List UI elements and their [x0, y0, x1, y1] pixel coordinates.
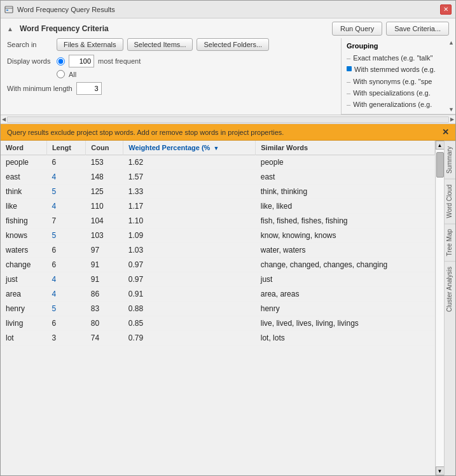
tab-cluster-analysis[interactable]: Cluster Analysis — [445, 261, 455, 317]
grouping-item-synonyms[interactable]: – With synonyms (e.g. "spe — [347, 76, 450, 87]
cell-length: 4 — [46, 272, 85, 287]
tab-summary[interactable]: Summary — [445, 141, 455, 179]
grouping-scroll-down[interactable]: ▼ — [447, 105, 455, 114]
top-n-radio[interactable] — [57, 57, 65, 66]
col-header-count[interactable]: Coun — [86, 141, 123, 155]
table-row: lot 3 74 0.79 lot, lots — [1, 331, 435, 346]
cell-length: 3 — [46, 331, 85, 346]
h-scroll-right[interactable]: ▶ — [450, 116, 454, 122]
selected-folders-button[interactable]: Selected Folders... — [197, 38, 269, 51]
most-frequent-label: most frequent — [98, 57, 141, 65]
cell-word: think — [1, 185, 46, 199]
results-area: Word Lengt Coun Weighted Percentage (% ▼… — [1, 141, 455, 475]
cell-count: 86 — [86, 287, 123, 302]
scroll-thumb[interactable] — [436, 152, 444, 178]
all-label: All — [69, 71, 76, 78]
cell-weighted-pct: 1.10 — [123, 214, 256, 228]
table-row: east 4 148 1.57 east — [1, 170, 435, 185]
results-table: Word Lengt Coun Weighted Percentage (% ▼… — [1, 141, 435, 346]
selected-items-button[interactable]: Selected Items... — [127, 38, 193, 51]
grouping-item-exact[interactable]: – Exact matches (e.g. "talk" — [347, 52, 450, 64]
cell-weighted-pct: 1.09 — [123, 228, 256, 243]
table-row: area 4 86 0.91 area, areas — [1, 287, 435, 302]
cell-word: living — [1, 316, 46, 331]
results-table-container[interactable]: Word Lengt Coun Weighted Percentage (% ▼… — [1, 141, 435, 475]
cell-length: 5 — [46, 228, 85, 243]
cell-similar-words: lot, lots — [256, 331, 435, 346]
cell-word: area — [1, 287, 46, 302]
cell-weighted-pct: 1.17 — [123, 199, 256, 214]
cell-word: waters — [1, 243, 46, 258]
scroll-track[interactable] — [436, 150, 444, 466]
cell-length: 4 — [46, 199, 85, 214]
warning-close-button[interactable]: ✕ — [442, 127, 449, 137]
grouping-item-specializations[interactable]: – With specializations (e.g. — [347, 87, 450, 99]
warning-text: Query results exclude project stop words… — [7, 129, 284, 136]
criteria-title: Word Frequency Criteria — [20, 24, 109, 33]
cell-weighted-pct: 0.97 — [123, 272, 256, 287]
cell-weighted-pct: 1.57 — [123, 170, 256, 185]
save-criteria-button[interactable]: Save Criteria... — [386, 22, 449, 36]
all-radio[interactable] — [57, 70, 65, 78]
scroll-down-button[interactable]: ▼ — [436, 466, 445, 475]
table-row: change 6 91 0.97 change, changed, change… — [1, 258, 435, 272]
title-bar: Word Frequency Query Results ✕ — [1, 1, 455, 18]
cell-count: 91 — [86, 272, 123, 287]
col-header-similar-words[interactable]: Similar Words — [256, 141, 435, 155]
main-window: Word Frequency Query Results ✕ ▲ Word Fr… — [0, 0, 456, 476]
svg-rect-2 — [6, 10, 8, 11]
cell-word: lot — [1, 331, 46, 346]
cell-similar-words: like, liked — [256, 199, 435, 214]
cell-length: 7 — [46, 214, 85, 228]
cell-length: 5 — [46, 185, 85, 199]
table-row: like 4 110 1.17 like, liked — [1, 199, 435, 214]
cell-count: 74 — [86, 331, 123, 346]
cell-count: 153 — [86, 155, 123, 170]
cell-similar-words: change, changed, changes, changing — [256, 258, 435, 272]
cell-count: 125 — [86, 185, 123, 199]
table-row: fishing 7 104 1.10 fish, fished, fishes,… — [1, 214, 435, 228]
col-header-word[interactable]: Word — [1, 141, 46, 155]
cell-similar-words: people — [256, 155, 435, 170]
cell-count: 104 — [86, 214, 123, 228]
scroll-up-button[interactable]: ▲ — [436, 141, 445, 150]
col-header-weighted-pct[interactable]: Weighted Percentage (% ▼ — [123, 141, 256, 155]
cell-similar-words: henry — [256, 302, 435, 316]
tab-word-cloud[interactable]: Word Cloud — [445, 179, 455, 223]
cell-word: fishing — [1, 214, 46, 228]
tab-tree-map[interactable]: Tree Map — [445, 223, 455, 261]
cell-word: henry — [1, 302, 46, 316]
min-length-label: With minimum length — [7, 85, 73, 92]
table-row: think 5 125 1.33 think, thinking — [1, 185, 435, 199]
vertical-scrollbar[interactable]: ▲ ▼ — [435, 141, 444, 475]
grouping-title: Grouping — [347, 42, 450, 50]
top-n-input[interactable]: 100 — [69, 55, 94, 67]
grouping-item-stemmed[interactable]: With stemmed words (e.g. — [347, 64, 450, 75]
close-button[interactable]: ✕ — [440, 4, 452, 15]
collapse-arrow[interactable]: ▲ — [7, 25, 13, 32]
cell-weighted-pct: 0.85 — [123, 316, 256, 331]
cell-similar-words: just — [256, 272, 435, 287]
files-externals-button[interactable]: Files & Externals — [57, 38, 123, 51]
table-row: just 4 91 0.97 just — [1, 272, 435, 287]
cell-weighted-pct: 1.33 — [123, 185, 256, 199]
svg-rect-0 — [5, 6, 13, 13]
cell-length: 6 — [46, 258, 85, 272]
grouping-scroll-up[interactable]: ▲ — [447, 38, 455, 47]
cell-count: 80 — [86, 316, 123, 331]
h-scroll-left[interactable]: ◀ — [2, 116, 6, 122]
run-query-button[interactable]: Run Query — [332, 22, 382, 36]
cell-word: change — [1, 258, 46, 272]
side-tabs: Summary Word Cloud Tree Map Cluster Anal… — [444, 141, 455, 475]
grouping-item-generalizations[interactable]: – With generalizations (e.g. — [347, 99, 450, 110]
cell-similar-words: think, thinking — [256, 185, 435, 199]
cell-word: like — [1, 199, 46, 214]
col-header-length[interactable]: Lengt — [46, 141, 85, 155]
search-in-label: Search in — [7, 41, 53, 48]
min-length-input[interactable] — [76, 82, 102, 95]
cell-weighted-pct: 1.62 — [123, 155, 256, 170]
cell-word: east — [1, 170, 46, 185]
title-bar-text: Word Frequency Query Results — [17, 6, 436, 13]
table-row: waters 6 97 1.03 water, waters — [1, 243, 435, 258]
cell-similar-words: water, waters — [256, 243, 435, 258]
